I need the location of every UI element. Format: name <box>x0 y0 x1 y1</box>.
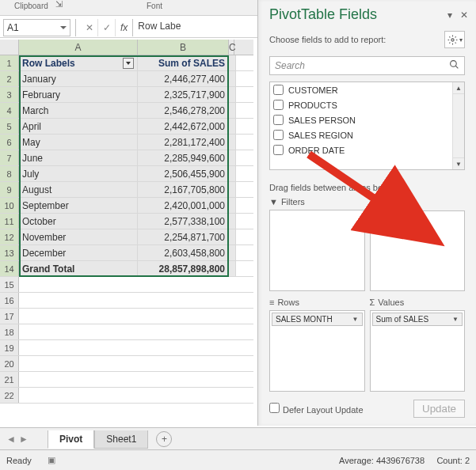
field-search-input[interactable]: Search <box>269 56 465 75</box>
row-header[interactable]: 8 <box>0 166 19 181</box>
row-header[interactable]: 17 <box>0 309 19 324</box>
cell[interactable]: 2,446,277,400 <box>138 71 229 86</box>
scroll-down-icon[interactable]: ▼ <box>453 157 464 169</box>
cell[interactable] <box>229 119 236 134</box>
row-header[interactable]: 11 <box>0 214 19 229</box>
sheet-tab[interactable]: Pivot <box>48 430 94 449</box>
cell[interactable]: October <box>19 214 138 229</box>
cell[interactable]: 2,325,717,900 <box>138 87 229 102</box>
cell[interactable]: March <box>19 103 138 118</box>
filter-dropdown-icon[interactable] <box>123 58 134 69</box>
cell[interactable]: June <box>19 150 138 165</box>
chevron-down-icon[interactable]: ▼ <box>452 316 459 323</box>
cell[interactable] <box>229 261 236 276</box>
values-drop-zone[interactable]: Sum of SALES▼ <box>370 310 466 392</box>
enter-check-icon[interactable]: ✓ <box>98 19 116 36</box>
field-list-scrollbar[interactable]: ▲ ▼ <box>452 82 464 169</box>
cell[interactable]: 2,167,705,800 <box>138 182 229 197</box>
cell[interactable] <box>229 150 236 165</box>
sheet-nav-buttons[interactable]: ◄► <box>0 434 48 445</box>
close-icon[interactable]: ✕ <box>460 9 468 21</box>
chevron-down-icon[interactable] <box>60 26 67 29</box>
defer-layout-checkbox[interactable]: Defer Layout Update <box>269 403 364 415</box>
row-header[interactable]: 3 <box>0 87 19 102</box>
cell[interactable]: January <box>19 71 138 86</box>
row-header[interactable]: 10 <box>0 198 19 213</box>
cell[interactable]: 28,857,898,800 <box>138 261 229 276</box>
cell[interactable]: February <box>19 87 138 102</box>
cell[interactable]: 2,420,001,000 <box>138 198 229 213</box>
cell[interactable]: December <box>19 245 138 260</box>
cell[interactable]: November <box>19 229 138 244</box>
update-button[interactable]: Update <box>413 400 465 418</box>
column-header-b[interactable]: B <box>138 40 229 55</box>
row-header[interactable]: 14 <box>0 261 19 276</box>
cancel-icon[interactable]: ✕ <box>81 19 98 36</box>
row-header[interactable]: 4 <box>0 103 19 118</box>
row-header[interactable]: 15 <box>0 277 19 292</box>
fx-icon[interactable]: fx <box>116 22 132 33</box>
cell[interactable]: Grand Total <box>19 261 138 276</box>
row-header[interactable]: 22 <box>0 388 19 403</box>
column-header-a[interactable]: A <box>19 40 138 55</box>
cell[interactable]: 2,442,672,000 <box>138 119 229 134</box>
scroll-up-icon[interactable]: ▲ <box>453 82 464 94</box>
field-item[interactable]: SALES PERSON <box>270 112 464 127</box>
row-header[interactable]: 12 <box>0 229 19 244</box>
cell[interactable]: July <box>19 166 138 181</box>
cell[interactable] <box>229 71 236 86</box>
select-all-corner[interactable] <box>0 40 19 55</box>
rows-drop-zone[interactable]: SALES MONTH▼ <box>269 310 365 392</box>
row-header[interactable]: 20 <box>0 356 19 371</box>
chevron-down-icon[interactable]: ▼ <box>352 316 359 323</box>
cell[interactable]: September <box>19 198 138 213</box>
cell[interactable]: 2,577,338,100 <box>138 214 229 229</box>
cell[interactable]: August <box>19 182 138 197</box>
pivot-values-header[interactable]: Sum of SALES <box>138 55 229 70</box>
cell[interactable]: 2,285,949,600 <box>138 150 229 165</box>
column-header-c[interactable]: C <box>229 40 234 55</box>
values-pill[interactable]: Sum of SALES▼ <box>372 313 463 326</box>
name-box[interactable]: A1 <box>3 19 70 36</box>
macro-record-icon[interactable]: ▣ <box>48 455 55 465</box>
field-item[interactable]: SALES REGION <box>270 127 464 142</box>
cell[interactable] <box>229 87 236 102</box>
cell[interactable] <box>229 245 236 260</box>
columns-drop-zone[interactable] <box>370 210 466 291</box>
cell[interactable] <box>229 182 236 197</box>
field-checkbox[interactable] <box>273 145 284 155</box>
sheet-tab[interactable]: Sheet1 <box>94 430 148 449</box>
field-checkbox[interactable] <box>273 115 284 125</box>
field-checkbox[interactable] <box>273 100 284 110</box>
row-header[interactable]: 7 <box>0 150 19 165</box>
pivot-row-labels-header[interactable]: Row Labels <box>19 55 138 70</box>
add-sheet-button[interactable]: + <box>156 431 172 447</box>
row-header[interactable]: 9 <box>0 182 19 197</box>
cell[interactable]: 2,254,871,700 <box>138 229 229 244</box>
cell[interactable]: May <box>19 135 138 150</box>
cell[interactable]: 2,506,455,900 <box>138 166 229 181</box>
cell[interactable] <box>229 198 236 213</box>
gear-icon[interactable]: ▾ <box>444 31 465 48</box>
row-header[interactable]: 5 <box>0 119 19 134</box>
ribbon-dialog-launcher[interactable]: ⇲ <box>55 0 63 9</box>
rows-pill[interactable]: SALES MONTH▼ <box>272 313 363 326</box>
cell[interactable] <box>229 103 236 118</box>
field-checkbox[interactable] <box>273 85 284 95</box>
row-header[interactable]: 6 <box>0 135 19 150</box>
row-header[interactable]: 2 <box>0 71 19 86</box>
cell[interactable]: 2,603,458,800 <box>138 245 229 260</box>
cell[interactable] <box>229 135 236 150</box>
cell[interactable]: 2,281,172,400 <box>138 135 229 150</box>
field-checkbox[interactable] <box>273 130 284 140</box>
cell[interactable]: April <box>19 119 138 134</box>
row-header[interactable]: 19 <box>0 340 19 355</box>
row-header[interactable]: 21 <box>0 372 19 387</box>
pane-menu-chevron-icon[interactable]: ▾ <box>447 9 452 21</box>
cell[interactable] <box>229 214 236 229</box>
field-item[interactable]: PRODUCTS <box>270 97 464 112</box>
cell[interactable] <box>229 229 236 244</box>
filters-drop-zone[interactable] <box>269 210 365 291</box>
row-header[interactable]: 16 <box>0 293 19 308</box>
row-header[interactable]: 1 <box>0 55 19 70</box>
